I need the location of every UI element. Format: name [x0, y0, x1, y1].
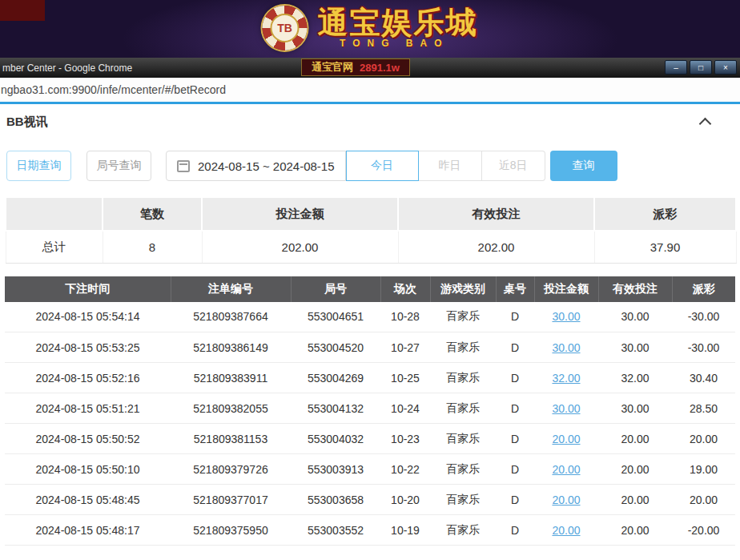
- col-table-code: 桌号: [496, 276, 534, 302]
- bet-record-table: 下注时间 注单编号 局号 场次 游戏类别 桌号 投注金额 有效投注 派彩 202…: [5, 276, 735, 546]
- bet-time: 2024-08-15 05:52:16: [5, 363, 171, 393]
- date-range-picker[interactable]: 2024-08-15 ~ 2024-08-15: [166, 151, 346, 181]
- valid-bet: 20.00: [598, 515, 672, 546]
- table-code: D: [496, 424, 534, 454]
- url-text: ngbao31.com:9900/infe/mcenter/#/betRecor…: [0, 83, 226, 96]
- valid-bet: 30.00: [598, 302, 672, 332]
- table-row: 2024-08-15 05:51:21 521809382055 5530041…: [5, 393, 735, 424]
- corner-banner-fragment: [0, 0, 45, 21]
- bet-time: 2024-08-15 05:48:45: [5, 485, 171, 515]
- summary-table: 笔数 投注金额 有效投注 派彩 总计 8 202.00 202.00 37.90: [5, 198, 737, 264]
- chevron-up-icon[interactable]: [699, 118, 712, 131]
- table-code: D: [496, 515, 534, 546]
- maximize-icon[interactable]: □: [690, 60, 712, 75]
- table-row: 2024-08-15 05:48:45 521809377017 5530036…: [5, 485, 735, 515]
- chip-monogram: TB: [271, 14, 300, 42]
- session: 10-22: [380, 454, 430, 485]
- search-button[interactable]: 查询: [550, 151, 617, 181]
- calendar-icon: [177, 160, 190, 172]
- game-type: 百家乐: [430, 302, 496, 332]
- game-type: 百家乐: [430, 454, 496, 485]
- summary-header-count: 笔数: [103, 198, 202, 231]
- payout-cell: -20.00: [672, 515, 735, 546]
- bet-amount-link[interactable]: 20.00: [552, 463, 580, 476]
- game-type: 百家乐: [430, 363, 496, 393]
- bet-time: 2024-08-15 05:53:25: [5, 332, 171, 363]
- payout-cell: 20.00: [672, 485, 735, 515]
- bet-amount-link[interactable]: 20.00: [552, 524, 580, 537]
- session: 10-25: [380, 363, 430, 393]
- bet-amount-link[interactable]: 30.00: [552, 402, 580, 415]
- table-code: D: [496, 332, 534, 363]
- col-order-number: 注单编号: [171, 276, 291, 302]
- payout-cell: -30.00: [672, 302, 735, 332]
- order-number: 521809375950: [171, 515, 291, 546]
- summary-bet-value: 202.00: [202, 231, 398, 263]
- table-row: 2024-08-15 05:52:16 521809383911 5530042…: [5, 363, 735, 393]
- table-code: D: [496, 302, 534, 332]
- bet-amount-link[interactable]: 20.00: [552, 433, 580, 445]
- session: 10-24: [380, 393, 430, 424]
- bet-amount-link[interactable]: 32.00: [552, 372, 580, 385]
- summary-payout-value: 37.90: [594, 231, 736, 263]
- bet-record-page: BB视讯 日期查询 局号查询 2024-08-15 ~ 2024-08-15 今…: [0, 104, 740, 546]
- round-number: 553004651: [291, 302, 380, 332]
- table-row: 2024-08-15 05:50:10 521809379726 5530039…: [5, 454, 735, 485]
- today-button[interactable]: 今日: [346, 151, 419, 181]
- logo-text: 通宝娱乐城 TONG BAO: [318, 7, 478, 49]
- summary-total-label: 总计: [6, 231, 103, 263]
- payout-cell: 20.00: [672, 424, 735, 454]
- game-type: 百家乐: [430, 485, 496, 515]
- summary-header-valid: 有效投注: [398, 198, 594, 231]
- round-query-tab[interactable]: 局号查询: [86, 151, 151, 181]
- round-number: 553004520: [291, 332, 380, 363]
- table-row: 2024-08-15 05:48:17 521809375950 5530035…: [5, 515, 735, 546]
- bet-time: 2024-08-15 05:50:52: [5, 424, 171, 454]
- window-title: mber Center - Google Chrome: [0, 62, 132, 74]
- bet-amount-link[interactable]: 20.00: [552, 494, 580, 506]
- poker-chip-icon: TB: [263, 6, 308, 50]
- filter-toolbar: 日期查询 局号查询 2024-08-15 ~ 2024-08-15 今日 昨日 …: [6, 151, 735, 181]
- site-title-chinese: 通宝娱乐城: [318, 7, 478, 39]
- game-type: 百家乐: [430, 332, 496, 363]
- payout-cell: 28.50: [672, 393, 735, 424]
- game-type: 百家乐: [430, 515, 496, 546]
- round-number: 553003552: [291, 515, 380, 546]
- session: 10-19: [380, 515, 430, 546]
- site-banner: TB 通宝娱乐城 TONG BAO: [0, 0, 740, 58]
- last-8-days-button[interactable]: 近8日: [482, 151, 545, 181]
- bet-time: 2024-08-15 05:50:10: [5, 454, 171, 485]
- table-code: D: [496, 454, 534, 485]
- bet-amount-link[interactable]: 30.00: [552, 310, 580, 323]
- session: 10-23: [380, 424, 430, 454]
- valid-bet: 20.00: [598, 424, 672, 454]
- address-bar[interactable]: ngbao31.com:9900/infe/mcenter/#/betRecor…: [0, 78, 740, 104]
- summary-header-row: 笔数 投注金额 有效投注 派彩: [6, 198, 736, 231]
- round-number: 553004269: [291, 363, 380, 393]
- valid-bet: 30.00: [598, 332, 672, 363]
- bet-time: 2024-08-15 05:51:21: [5, 393, 171, 424]
- summary-header-blank: [6, 198, 103, 231]
- minimize-icon[interactable]: –: [665, 60, 687, 75]
- close-icon[interactable]: ×: [714, 60, 737, 75]
- round-number: 553004032: [291, 424, 380, 454]
- session: 10-20: [380, 485, 430, 515]
- session: 10-28: [380, 302, 430, 332]
- col-payout: 派彩: [672, 276, 735, 302]
- order-number: 521809383911: [171, 363, 291, 393]
- payout-cell: -30.00: [672, 332, 735, 363]
- yesterday-button[interactable]: 昨日: [419, 151, 482, 181]
- jackpot-marquee: 通宝官网 2891.1w: [301, 58, 410, 76]
- window-titlebar: mber Center - Google Chrome 通宝官网 2891.1w…: [0, 58, 740, 78]
- date-query-tab[interactable]: 日期查询: [6, 151, 71, 181]
- bet-amount-link[interactable]: 30.00: [552, 341, 580, 354]
- bet-time: 2024-08-15 05:54:14: [5, 302, 171, 332]
- order-number: 521809387664: [171, 302, 291, 332]
- round-number: 553003658: [291, 485, 380, 515]
- table-code: D: [496, 393, 534, 424]
- session: 10-27: [380, 332, 430, 363]
- col-game-type: 游戏类别: [430, 276, 496, 302]
- table-code: D: [496, 485, 534, 515]
- game-type: 百家乐: [430, 393, 496, 424]
- site-logo: TB 通宝娱乐城 TONG BAO: [263, 6, 478, 50]
